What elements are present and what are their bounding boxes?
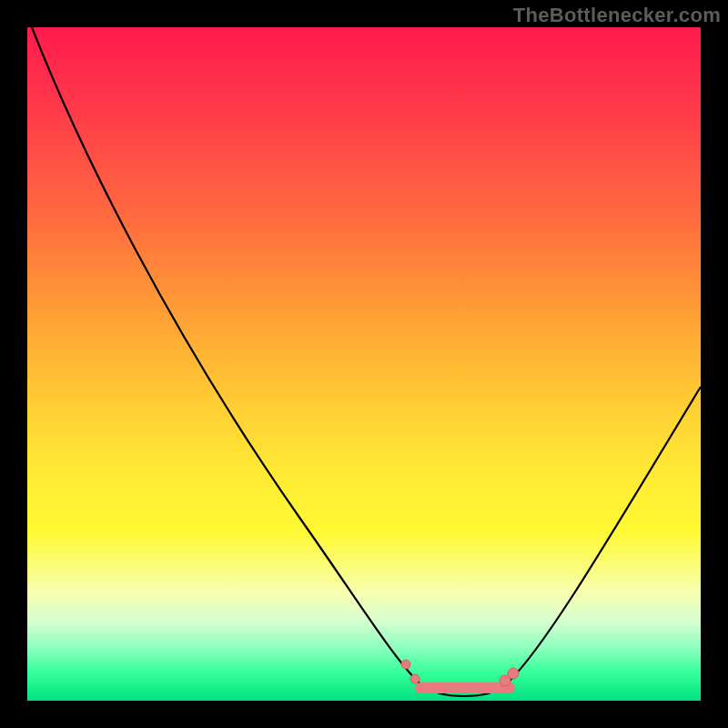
bottleneck-curve [32,27,701,696]
chart-svg [27,27,701,701]
highlight-dot [410,674,420,683]
highlight-dot [508,668,519,679]
chart-frame: TheBottlenecker.com [0,0,728,728]
plot-area [27,27,701,701]
watermark-text: TheBottlenecker.com [513,4,721,27]
highlight-dot [401,660,410,669]
